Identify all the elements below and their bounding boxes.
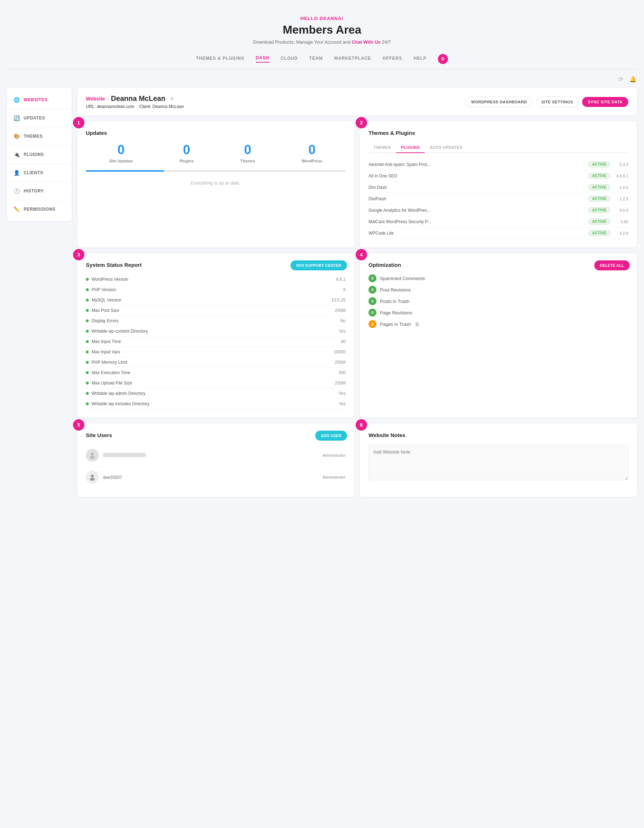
sidebar-item-clients[interactable]: 👤 CLIENTS <box>7 165 72 180</box>
add-user-button[interactable]: ADD USER <box>315 431 347 441</box>
opt-row-0: 0 Spammed Comments <box>369 274 628 282</box>
system-status-panel: 3 System Status Report DIVI SUPPORT CENT… <box>77 253 354 418</box>
opt-label-1: Post Revisions <box>380 287 411 293</box>
status-value-4: No <box>340 318 346 323</box>
plugin-list: Akismet Anti-spam: Spam Prot... ACTIVE 5… <box>369 159 628 239</box>
dot-3 <box>86 309 89 312</box>
plugin-row-0: Akismet Anti-spam: Spam Prot... ACTIVE 5… <box>369 159 628 170</box>
updates-icon: 🔄 <box>14 115 20 121</box>
nav-avatar[interactable]: D <box>438 54 448 64</box>
website-notes-panel: 6 Website Notes <box>360 423 637 497</box>
toolbar-icons: ⟳ 🔔 <box>7 73 637 85</box>
dot-2 <box>86 299 89 301</box>
page-wrapper: HELLO DEANNA! Members Area Download Prod… <box>0 0 644 828</box>
dot-4 <box>86 319 89 322</box>
sidebar-divider-3 <box>7 145 72 146</box>
divi-support-button[interactable]: DIVI SUPPORT CENTER <box>291 260 347 270</box>
updates-title: Updates <box>86 130 346 136</box>
sidebar-item-history[interactable]: 🕐 HISTORY <box>7 183 72 199</box>
dot-11 <box>86 392 89 395</box>
status-row-12: Writable wp-includes Directory Yes <box>86 399 346 409</box>
nav-team[interactable]: TEAM <box>309 56 323 62</box>
panel-number-5: 5 <box>73 419 85 431</box>
website-notes-title: Website Notes <box>369 432 628 438</box>
status-value-9: 300 <box>338 370 346 375</box>
status-row-11: Writable wp-admin Directory Yes <box>86 389 346 399</box>
sidebar-label-permissions: PERMISSIONS <box>24 207 55 212</box>
tab-plugins[interactable]: PLUGINS <box>396 142 425 153</box>
site-updates-label: Site Updates <box>109 159 133 163</box>
nav-help[interactable]: HELP <box>413 56 426 62</box>
website-info: Website › Deanna McLean ★ URL: deannamcl… <box>86 94 184 109</box>
nav-marketplace[interactable]: MARKETPLACE <box>334 56 371 62</box>
status-row-2: MySQL Version 10.5.25 <box>86 295 346 306</box>
nav-cloud[interactable]: CLOUD <box>281 56 298 62</box>
wordpress-dashboard-button[interactable]: WORDPRESS DASHBOARD <box>466 97 532 107</box>
opt-label-2: Posts in Trash <box>380 299 409 304</box>
chat-link[interactable]: Chat With Us <box>352 39 381 45</box>
user-name-1: dee35007 <box>103 475 122 480</box>
plugins-stat: 0 Plugins <box>180 142 194 163</box>
top-header: HELLO DEANNA! Members Area Download Prod… <box>7 7 637 49</box>
sidebar: 🌐 WEBSITES 🔄 UPDATES 🎨 THEMES 🔌 PLUGINS … <box>7 88 72 221</box>
client-label: Client: <box>139 104 151 109</box>
site-users-panel: 5 Site Users ADD USER Administrator <box>77 423 354 497</box>
status-row-1: PHP Version 8 <box>86 285 346 295</box>
url-value: deannamclean.com <box>97 104 135 109</box>
plugin-status-6: ACTIVE <box>588 230 610 236</box>
sidebar-divider-1 <box>7 109 72 109</box>
status-value-12: Yes <box>338 401 346 406</box>
plugin-row-3: DiviFlash ACTIVE 1.2.5 <box>369 193 628 205</box>
tab-themes[interactable]: THEMES <box>369 142 396 153</box>
notification-icon[interactable]: 🔔 <box>629 75 637 83</box>
themes-label: Themes <box>240 159 255 163</box>
plugin-version-2: 1.0.0 <box>614 185 628 190</box>
wordpress-label: WordPress <box>302 159 322 163</box>
trash-icon[interactable]: 🗑 <box>415 321 420 327</box>
breadcrumb: Website › Deanna McLean ★ <box>86 94 184 103</box>
users-list: Administrator dee35007 Administrator <box>86 445 346 488</box>
plugin-version-6: 2.2.0 <box>614 231 628 235</box>
sidebar-item-permissions[interactable]: ✏️ PERMISSIONS <box>7 202 72 217</box>
refresh-icon[interactable]: ⟳ <box>617 75 625 83</box>
status-label-0: WordPress Version <box>86 277 129 282</box>
wordpress-stat: 0 WordPress <box>302 142 322 163</box>
status-label-9: Max Execution Time <box>86 370 130 375</box>
plugin-row-5: MalCare WordPress Security P... ACTIVE 5… <box>369 216 628 227</box>
website-notes-textarea[interactable] <box>369 445 628 480</box>
site-settings-button[interactable]: SITE SETTINGS <box>536 97 578 107</box>
plugin-status-5: ACTIVE <box>588 218 610 224</box>
nav-offers[interactable]: OFFERS <box>382 56 402 62</box>
dot-6 <box>86 340 89 343</box>
themes-count: 0 <box>240 142 255 157</box>
nav-themes-plugins[interactable]: THEMES & PLUGINS <box>196 56 244 62</box>
nav-dash[interactable]: DASH <box>256 55 269 63</box>
tp-tabs: THEMES PLUGINS AUTO UPDATES <box>369 142 628 153</box>
sidebar-item-websites[interactable]: 🌐 WEBSITES <box>7 92 72 107</box>
dot-1 <box>86 288 89 291</box>
sidebar-item-updates[interactable]: 🔄 UPDATES <box>7 111 72 125</box>
status-label-4: Display Errors <box>86 318 118 323</box>
themes-stat: 0 Themes <box>240 142 255 163</box>
user-row-1: dee35007 Administrator <box>86 466 346 488</box>
user-role-0: Administrator <box>322 453 346 458</box>
panel-number-4: 4 <box>356 249 367 260</box>
status-label-8: PHP Memory Limit <box>86 360 127 365</box>
dot-5 <box>86 330 89 332</box>
breadcrumb-link[interactable]: Website <box>86 96 105 102</box>
delete-all-button[interactable]: DELETE ALL <box>594 260 630 270</box>
panel-number-2: 2 <box>356 117 367 129</box>
status-label-6: Max Input Time <box>86 339 121 344</box>
sidebar-item-plugins[interactable]: 🔌 PLUGINS <box>7 147 72 162</box>
status-value-11: Yes <box>338 391 346 396</box>
site-updates-stat: 0 Site Updates <box>109 142 133 163</box>
favorite-icon[interactable]: ★ <box>170 95 174 102</box>
user-role-1: Administrator <box>322 475 346 479</box>
tab-auto-updates[interactable]: AUTO UPDATES <box>425 142 468 153</box>
site-updates-count: 0 <box>109 142 133 157</box>
sidebar-item-themes[interactable]: 🎨 THEMES <box>7 129 72 144</box>
sync-site-data-button[interactable]: SYNC SITE DATA <box>582 97 628 107</box>
site-users-title: Site Users <box>86 432 346 438</box>
opt-list: 0 Spammed Comments 0 Post Revisions 0 Po… <box>369 274 628 328</box>
plugin-status-1: ACTIVE <box>588 173 610 179</box>
